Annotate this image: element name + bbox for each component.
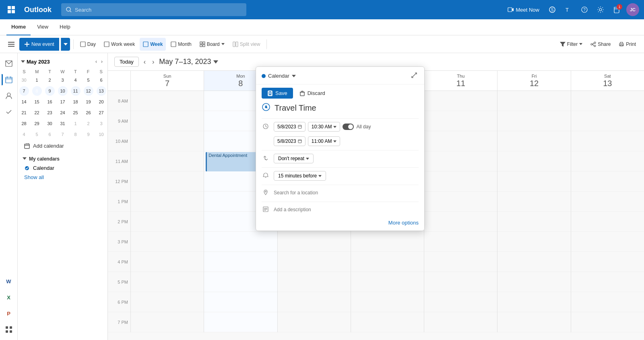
day-view-btn[interactable]: Day: [77, 38, 99, 51]
hour-cell[interactable]: [497, 111, 570, 131]
end-time-field[interactable]: 11:00 AM: [308, 136, 341, 146]
cal-day-12[interactable]: 12: [84, 86, 93, 96]
calendar-item[interactable]: Calendar: [21, 163, 104, 173]
hour-cell[interactable]: [131, 171, 204, 192]
month-view-btn[interactable]: Month: [167, 38, 194, 51]
cal-day-30[interactable]: 30: [19, 75, 29, 85]
cal-day-4[interactable]: 4: [71, 75, 80, 85]
cal-day-8[interactable]: 8: [32, 86, 42, 96]
hour-cell[interactable]: [131, 192, 204, 212]
week-view-btn[interactable]: Week: [140, 38, 166, 51]
cal-day-1[interactable]: 1: [32, 75, 42, 85]
cal-day-next-10[interactable]: 10: [97, 130, 106, 139]
hour-cell[interactable]: [204, 312, 277, 332]
hour-cell[interactable]: [424, 151, 497, 171]
hour-cell[interactable]: [571, 91, 644, 111]
day-num-11[interactable]: 11: [426, 79, 495, 88]
cal-day-28[interactable]: 28: [19, 119, 29, 128]
description-input[interactable]: [274, 205, 419, 214]
popup-calendar-label[interactable]: Calendar: [262, 73, 296, 79]
next-month-btn[interactable]: ›: [99, 58, 104, 65]
show-all-btn[interactable]: Show all: [21, 173, 104, 182]
save-button[interactable]: Save: [262, 88, 293, 99]
cal-day-next-2[interactable]: 2: [84, 119, 93, 128]
cal-day-29[interactable]: 29: [32, 119, 42, 128]
hour-cell[interactable]: [204, 232, 277, 252]
hour-cell[interactable]: [131, 111, 204, 131]
hour-cell[interactable]: [131, 232, 204, 252]
hour-cell[interactable]: [131, 252, 204, 272]
hour-cell[interactable]: [571, 292, 644, 312]
cal-day-next-1[interactable]: 1: [71, 119, 80, 128]
day-header-sun[interactable]: Sun 7: [130, 71, 204, 91]
hour-cell[interactable]: [131, 91, 204, 111]
day-col-thu[interactable]: [424, 91, 497, 332]
hour-cell[interactable]: [571, 232, 644, 252]
day-col-sun[interactable]: [130, 91, 204, 332]
cal-day-16[interactable]: 16: [45, 97, 55, 107]
hour-cell[interactable]: [424, 131, 497, 151]
cal-day-10[interactable]: 10: [58, 86, 68, 96]
excel-icon-btn[interactable]: X: [2, 290, 16, 305]
start-time-field[interactable]: 10:30 AM: [308, 122, 341, 132]
hour-cell[interactable]: [351, 292, 424, 312]
nav-tab-help[interactable]: Help: [55, 19, 75, 35]
feedback-icon-btn[interactable]: ?: [578, 3, 591, 16]
nav-tab-view[interactable]: View: [32, 19, 53, 35]
powerpoint-icon-btn[interactable]: P: [2, 306, 16, 321]
phone-icon-btn[interactable]: 1: [610, 3, 623, 16]
cal-day-14[interactable]: 14: [19, 97, 29, 107]
my-calendars-header[interactable]: My calendars: [21, 155, 104, 163]
day-col-sat[interactable]: [571, 91, 644, 332]
cal-day-9[interactable]: 9: [45, 86, 55, 96]
today-btn[interactable]: Today: [114, 57, 139, 67]
hour-cell[interactable]: [424, 111, 497, 131]
user-avatar[interactable]: JC: [626, 3, 639, 16]
popup-expand-btn[interactable]: [410, 71, 419, 81]
hour-cell[interactable]: [571, 312, 644, 332]
hour-cell[interactable]: [351, 272, 424, 292]
hour-cell[interactable]: [351, 232, 424, 252]
people-icon-btn[interactable]: [2, 89, 16, 103]
hour-cell[interactable]: [424, 312, 497, 332]
hour-cell[interactable]: [571, 212, 644, 232]
cal-day-next-8[interactable]: 8: [71, 130, 80, 139]
cal-day-23[interactable]: 23: [45, 108, 55, 117]
new-event-button[interactable]: New event: [19, 38, 59, 51]
hour-cell[interactable]: [131, 272, 204, 292]
cal-day-11[interactable]: 11: [71, 86, 80, 96]
hour-cell[interactable]: [497, 192, 570, 212]
add-calendar-btn[interactable]: Add calendar: [19, 140, 106, 151]
teams-icon-btn[interactable]: T: [562, 3, 575, 16]
work-week-view-btn[interactable]: Work week: [101, 38, 138, 51]
cal-day-27[interactable]: 27: [97, 108, 106, 117]
month-title[interactable]: May 2023: [21, 59, 50, 65]
word-icon-btn[interactable]: W: [2, 274, 16, 288]
meet-now-btn[interactable]: Meet Now: [504, 5, 543, 14]
hour-cell[interactable]: [424, 252, 497, 272]
discard-button[interactable]: Discard: [296, 88, 328, 99]
filter-btn[interactable]: Filter: [557, 38, 586, 51]
cal-day-31[interactable]: 31: [58, 119, 68, 128]
new-event-dropdown-btn[interactable]: [61, 38, 70, 51]
hour-cell[interactable]: [497, 151, 570, 171]
share-btn[interactable]: Share: [587, 38, 614, 51]
end-date-field[interactable]: 5/8/2023: [274, 136, 305, 146]
cal-day-3[interactable]: 3: [58, 75, 68, 85]
allday-toggle[interactable]: [343, 124, 354, 130]
split-view-btn[interactable]: Split view: [229, 38, 264, 51]
hour-cell[interactable]: [278, 252, 351, 272]
tasks-icon-btn[interactable]: [2, 105, 16, 119]
hour-cell[interactable]: [424, 232, 497, 252]
cal-day-24[interactable]: 24: [58, 108, 68, 117]
day-header-thu[interactable]: Thu 11: [424, 71, 497, 91]
hour-cell[interactable]: [351, 252, 424, 272]
hour-cell[interactable]: [204, 252, 277, 272]
cal-day-5[interactable]: 5: [84, 75, 93, 85]
apps-launcher-icon[interactable]: [5, 3, 18, 16]
hour-cell[interactable]: [497, 212, 570, 232]
hour-cell[interactable]: [497, 131, 570, 151]
hour-cell[interactable]: [424, 292, 497, 312]
day-num-7[interactable]: 7: [132, 79, 202, 88]
cal-day-25[interactable]: 25: [71, 108, 80, 117]
